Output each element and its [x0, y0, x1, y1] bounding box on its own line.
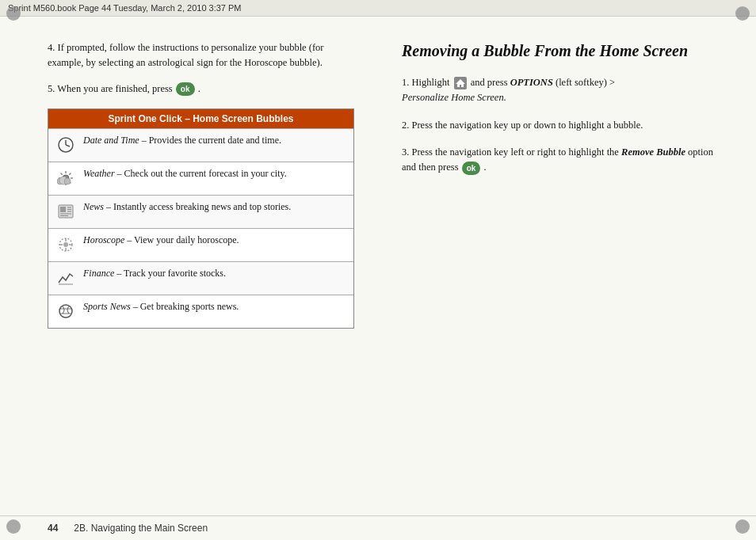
table-row: Date and Time – Provides the current dat… — [48, 128, 353, 162]
weather-icon — [55, 167, 77, 189]
table-row: Horoscope – View your daily horoscope. — [48, 228, 353, 261]
right-step1-num: 1. — [402, 77, 409, 88]
news-text: News – Instantly access breaking news an… — [83, 200, 347, 214]
svg-line-2 — [66, 145, 70, 146]
step-4: 4. If prompted, follow the instructions … — [48, 40, 354, 70]
sports-icon — [55, 300, 77, 322]
svg-point-14 — [64, 178, 71, 184]
table-row: Sports News – Get breaking sports news. — [48, 295, 353, 328]
right-step-2: 2. Press the navigation key up or down t… — [402, 118, 716, 133]
page-number: 44 — [48, 523, 58, 534]
table-row: Weather – Check out the current forecast… — [48, 162, 353, 195]
table-row: News – Instantly access breaking news an… — [48, 195, 353, 228]
sprint-table-header: Sprint One Click – Home Screen Bubbles — [48, 109, 353, 128]
step4-text: If prompted, follow the instructions to … — [48, 42, 324, 68]
horoscope-text: Horoscope – View your daily horoscope. — [83, 234, 347, 247]
step-5: 5. When you are finished, press ok . — [48, 82, 354, 97]
right-column: Removing a Bubble From the Home Screen 1… — [378, 17, 756, 515]
corner-mark-bl — [6, 519, 21, 534]
finance-icon — [55, 267, 77, 289]
options-text: OPTIONS — [510, 77, 553, 88]
ok-button-inline-step5: ok — [176, 82, 195, 96]
personalize-home-screen: Personalize Home Screen. — [402, 92, 506, 103]
header-bar: Sprint M560.book Page 44 Tuesday, March … — [0, 0, 756, 17]
right-step1-text2: and press — [471, 77, 510, 88]
svg-line-10 — [69, 173, 71, 175]
corner-mark-br — [735, 519, 750, 534]
table-row: Finance – Track your favorite stocks. — [48, 261, 353, 295]
right-step3-text: Press the navigation key left or right t… — [412, 146, 619, 158]
step5-num: 5. — [48, 83, 55, 94]
step5-text: When you are finished, press — [57, 83, 172, 94]
right-step3-num: 3. — [402, 146, 409, 158]
right-step1-text3: (left softkey) > — [553, 77, 615, 88]
page-container: Sprint M560.book Page 44 Tuesday, March … — [0, 0, 756, 540]
step4-num: 4. — [48, 42, 55, 53]
ok-button-inline-step3: ok — [462, 162, 481, 175]
right-step2-num: 2. — [402, 120, 409, 131]
footer: 44 2B. Navigating the Main Screen — [0, 515, 756, 540]
main-content: 4. If prompted, follow the instructions … — [0, 17, 756, 515]
horoscope-icon — [55, 234, 77, 256]
right-step3-period: . — [483, 162, 486, 173]
date-time-text: Date and Time – Provides the current dat… — [83, 134, 347, 147]
sports-news-text: Sports News – Get breaking sports news. — [83, 300, 347, 314]
right-step2-text: Press the navigation key up or down to h… — [412, 120, 643, 131]
svg-line-8 — [61, 173, 63, 175]
left-column: 4. If prompted, follow the instructions … — [0, 17, 378, 515]
sprint-table: Sprint One Click – Home Screen Bubbles D… — [48, 108, 354, 329]
right-step-3: 3. Press the navigation key left or righ… — [402, 145, 716, 175]
finance-text: Finance – Track your favorite stocks. — [83, 267, 347, 280]
section-heading: Removing a Bubble From the Home Screen — [402, 40, 716, 61]
news-icon — [55, 200, 77, 222]
home-icon — [454, 77, 467, 89]
header-text: Sprint M560.book Page 44 Tuesday, March … — [8, 3, 242, 13]
svg-point-23 — [63, 242, 68, 247]
step5-suffix: . — [198, 83, 200, 94]
right-step-1: 1. Highlight and press OPTIONS (left sof… — [402, 75, 716, 105]
svg-point-29 — [59, 305, 72, 318]
remove-bubble-text: Remove Bubble — [621, 146, 688, 158]
footer-text: 2B. Navigating the Main Screen — [74, 523, 208, 534]
svg-rect-16 — [60, 207, 66, 212]
date-time-icon — [55, 134, 77, 156]
right-step1-text: Highlight — [412, 77, 450, 88]
weather-text: Weather – Check out the current forecast… — [83, 167, 347, 181]
